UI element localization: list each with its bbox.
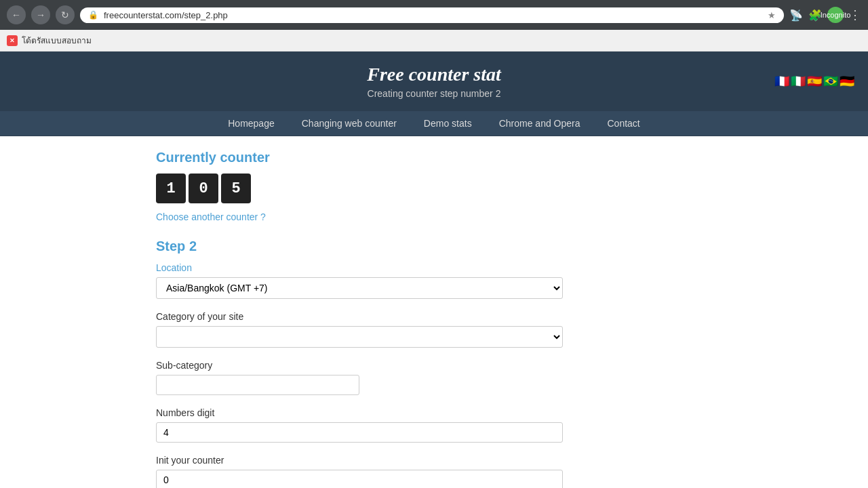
site-nav: Homepage Changing web counter Demo stats… xyxy=(0,111,868,136)
step2-heading: Step 2 xyxy=(156,239,712,254)
subcategory-label: Sub-category xyxy=(156,360,712,371)
numbers-digit-input[interactable] xyxy=(156,422,563,443)
info-bar: ✕ โด้ตรัสแบบสอบถาม xyxy=(0,30,868,52)
init-counter-input[interactable] xyxy=(156,470,563,488)
menu-icon[interactable]: ⋮ xyxy=(849,7,861,22)
lock-icon: 🔒 xyxy=(88,10,98,20)
browser-right-controls: 📡 🧩 Incognito ⋮ xyxy=(789,7,861,23)
numbers-digit-label: Numbers digit xyxy=(156,407,712,418)
numbers-digit-field: Numbers digit xyxy=(156,407,712,443)
subcategory-field: Sub-category xyxy=(156,360,712,395)
category-field: Category of your site xyxy=(156,311,712,348)
category-select[interactable] xyxy=(156,326,563,348)
counter-digit-1: 0 xyxy=(189,174,218,203)
info-bar-text: โด้ตรัสแบบสอบถาม xyxy=(22,34,92,47)
browser-chrome: ← → ↻ 🔒 freecounterstat.com/step_2.php ★… xyxy=(0,0,868,30)
counter-digit-2: 5 xyxy=(221,174,251,203)
address-bar[interactable]: 🔒 freecounterstat.com/step_2.php ★ xyxy=(80,7,784,23)
category-label: Category of your site xyxy=(156,311,712,322)
page-wrapper: Currently counter 1 0 5 Choose another c… xyxy=(0,136,868,488)
back-button[interactable]: ← xyxy=(7,5,26,24)
site-title: Free counter stat xyxy=(14,64,854,85)
flag-br[interactable]: 🇧🇷 xyxy=(823,74,838,89)
site-header: Free counter stat Creating counter step … xyxy=(0,52,868,111)
content-wrapper: Currently counter 1 0 5 Choose another c… xyxy=(0,136,868,488)
bookmark-icon[interactable]: ★ xyxy=(768,10,776,20)
url-text: freecounterstat.com/step_2.php xyxy=(104,10,762,20)
location-select[interactable]: Asia/Bangkok (GMT +7) UTC America/New_Yo… xyxy=(156,277,563,299)
language-flags[interactable]: 🇫🇷 🇮🇹 🇪🇸 🇧🇷 🇩🇪 xyxy=(774,74,854,89)
nav-changing-web-counter[interactable]: Changing web counter xyxy=(288,111,410,136)
forward-button[interactable]: → xyxy=(31,5,50,24)
flag-it[interactable]: 🇮🇹 xyxy=(791,74,806,89)
site-subtitle: Creating counter step number 2 xyxy=(14,88,854,99)
location-field: Location Asia/Bangkok (GMT +7) UTC Ameri… xyxy=(156,262,712,299)
reload-button[interactable]: ↻ xyxy=(56,5,75,24)
counter-display: 1 0 5 xyxy=(156,174,712,203)
currently-counter-section: Currently counter 1 0 5 Choose another c… xyxy=(156,150,712,222)
nav-chrome-and-opera[interactable]: Chrome and Opera xyxy=(486,111,594,136)
init-counter-label: Init your counter xyxy=(156,455,712,466)
flag-es[interactable]: 🇪🇸 xyxy=(807,74,822,89)
flag-fr[interactable]: 🇫🇷 xyxy=(774,74,789,89)
info-bar-icon: ✕ xyxy=(7,35,18,46)
main-content: Currently counter 1 0 5 Choose another c… xyxy=(129,136,739,488)
init-counter-field: Init your counter xyxy=(156,455,712,488)
nav-demo-stats[interactable]: Demo stats xyxy=(410,111,486,136)
flag-de[interactable]: 🇩🇪 xyxy=(840,74,854,89)
nav-homepage[interactable]: Homepage xyxy=(214,111,288,136)
counter-digit-0: 1 xyxy=(156,174,186,203)
cast-icon[interactable]: 📡 xyxy=(789,9,803,22)
step2-section: Step 2 Location Asia/Bangkok (GMT +7) UT… xyxy=(156,239,712,488)
nav-contact[interactable]: Contact xyxy=(594,111,654,136)
choose-another-counter-link[interactable]: Choose another counter ? xyxy=(156,211,266,222)
avatar-icon[interactable]: Incognito xyxy=(827,7,844,23)
location-label: Location xyxy=(156,262,712,273)
currently-counter-heading: Currently counter xyxy=(156,150,712,165)
subcategory-input[interactable] xyxy=(156,375,359,395)
